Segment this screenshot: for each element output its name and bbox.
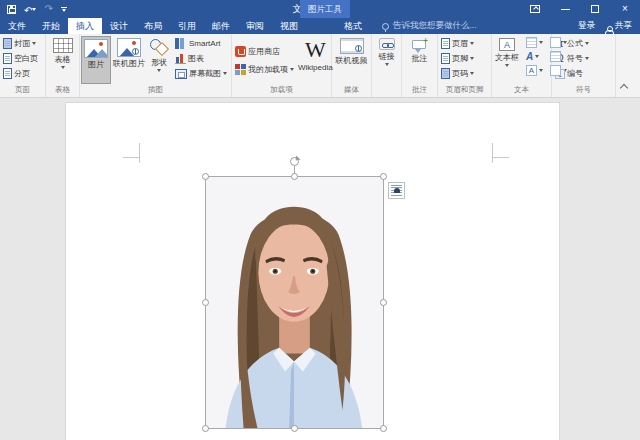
chart-button[interactable]: 图表 (173, 51, 229, 66)
equation-button[interactable]: π公式 (553, 36, 614, 51)
minimize-button[interactable] (550, 0, 580, 18)
resize-handle-bottom-right[interactable] (380, 425, 387, 432)
undo-button[interactable]: ↶ (24, 0, 36, 18)
document-page[interactable] (65, 102, 560, 440)
table-label: 表格 (55, 54, 71, 65)
resize-handle-top-left[interactable] (202, 173, 209, 180)
footer-button[interactable]: 页脚 (439, 51, 490, 66)
sun-dot (99, 42, 103, 46)
globe-icon (132, 48, 139, 55)
shapes-button[interactable]: 形状 (147, 36, 171, 84)
chevron-down-icon (585, 57, 589, 60)
pictures-button[interactable]: 图片 (81, 36, 111, 84)
blank-page-label: 空白页 (14, 53, 38, 64)
symbol-button[interactable]: Ω符号 (553, 51, 614, 66)
signature-line-icon (550, 37, 561, 48)
tab-review[interactable]: 审阅 (238, 18, 272, 34)
shapes-label: 形状 (151, 57, 167, 68)
group-comments: + 批注 批注 (402, 34, 438, 97)
margin-mark (123, 157, 140, 158)
my-addins-button[interactable]: 我的加载项 (233, 62, 296, 77)
globe-icon (355, 45, 362, 52)
collapse-ribbon-button[interactable] (621, 85, 628, 89)
window-controls: × (520, 0, 640, 18)
quick-parts-button[interactable] (524, 36, 545, 48)
ribbon: 封面 空白页 分页 页面 表格 表格 图片 (0, 34, 640, 98)
table-button[interactable]: 表格 (51, 36, 75, 84)
wikipedia-label: Wikipedia (298, 63, 333, 72)
redo-icon[interactable]: ↷ (44, 4, 52, 14)
group-label-pages: 页面 (0, 84, 45, 97)
tab-insert[interactable]: 插入 (68, 18, 102, 34)
table-icon (53, 38, 73, 53)
resize-handle-middle-left[interactable] (202, 299, 209, 306)
store-button[interactable]: 应用商店 (233, 44, 296, 59)
wikipedia-button[interactable]: W Wikipedia (296, 36, 335, 84)
resize-handle-bottom-center[interactable] (291, 425, 298, 432)
number-button[interactable]: 1编号 (553, 66, 614, 81)
cover-page-button[interactable]: 封面 (1, 36, 44, 51)
date-time-icon (550, 51, 561, 62)
sign-in-button[interactable]: 登录 (578, 20, 595, 32)
document-area[interactable] (0, 98, 640, 440)
tab-view[interactable]: 视图 (272, 18, 306, 34)
tab-format[interactable]: 格式 (336, 18, 370, 34)
resize-handle-top-right[interactable] (380, 173, 387, 180)
tell-me-box[interactable]: 告诉我您想要做什么... (382, 18, 477, 34)
tab-home[interactable]: 开始 (34, 18, 68, 34)
restore-button[interactable] (580, 0, 610, 18)
chevron-down-icon (470, 42, 474, 45)
save-icon[interactable] (7, 5, 16, 14)
text-box-button[interactable]: A 文本框 (493, 36, 521, 84)
comment-icon: + (411, 38, 429, 52)
page-number-label: 页码 (452, 68, 468, 79)
resize-handle-top-center[interactable] (291, 173, 298, 180)
screenshot-label: 屏幕截图 (189, 68, 221, 79)
rotation-handle[interactable] (290, 157, 299, 166)
layout-options-button[interactable] (388, 182, 405, 199)
margin-mark (492, 157, 509, 158)
chevron-down-icon (539, 69, 543, 72)
chevron-down-icon (535, 55, 539, 58)
group-label-comments: 批注 (402, 84, 437, 97)
chevron-down-icon (585, 42, 589, 45)
tell-me-placeholder: 告诉我您想要做什么... (393, 20, 477, 32)
group-links: 链接 (372, 34, 402, 97)
group-label-symbols: 符号 (552, 84, 615, 97)
tab-mailings[interactable]: 邮件 (204, 18, 238, 34)
header-button[interactable]: 页眉 (439, 36, 490, 51)
customize-qat-button[interactable] (61, 7, 67, 12)
share-label[interactable]: 共享 (615, 20, 632, 32)
resize-handle-bottom-left[interactable] (202, 425, 209, 432)
screenshot-button[interactable]: 屏幕截图 (173, 66, 229, 81)
chevron-down-icon (223, 72, 227, 75)
tab-design[interactable]: 设计 (102, 18, 136, 34)
online-video-label: 联机视频 (336, 55, 368, 66)
quick-parts-icon (526, 37, 537, 48)
page-break-icon (3, 68, 12, 79)
comment-button[interactable]: + 批注 (409, 36, 431, 84)
tab-references[interactable]: 引用 (170, 18, 204, 34)
page-break-button[interactable]: 分页 (1, 66, 44, 81)
resize-handle-middle-right[interactable] (380, 299, 387, 306)
online-pictures-button[interactable]: 联机图片 (111, 36, 147, 84)
close-button[interactable]: × (610, 0, 640, 18)
smartart-button[interactable]: SmartArt (173, 36, 229, 51)
group-addins: 应用商店 我的加载项 W Wikipedia 加载项 (232, 34, 332, 97)
online-video-button[interactable]: 联机视频 (334, 36, 370, 84)
ribbon-display-options-button[interactable] (520, 0, 550, 18)
links-button[interactable]: 链接 (377, 36, 397, 84)
wordart-button[interactable]: A (524, 50, 545, 62)
selected-picture[interactable] (205, 176, 384, 429)
store-icon (235, 46, 246, 57)
blank-page-button[interactable]: 空白页 (1, 51, 44, 66)
mountain (94, 49, 108, 58)
cover-page-label: 封面 (14, 38, 30, 49)
tab-file[interactable]: 文件 (0, 18, 34, 34)
group-label-addins: 加载项 (232, 84, 331, 97)
smartart-icon (175, 38, 187, 49)
wordart-icon: A (526, 51, 533, 62)
page-number-button[interactable]: 页码 (439, 66, 490, 81)
drop-cap-button[interactable]: A (524, 64, 545, 76)
tab-layout[interactable]: 布局 (136, 18, 170, 34)
